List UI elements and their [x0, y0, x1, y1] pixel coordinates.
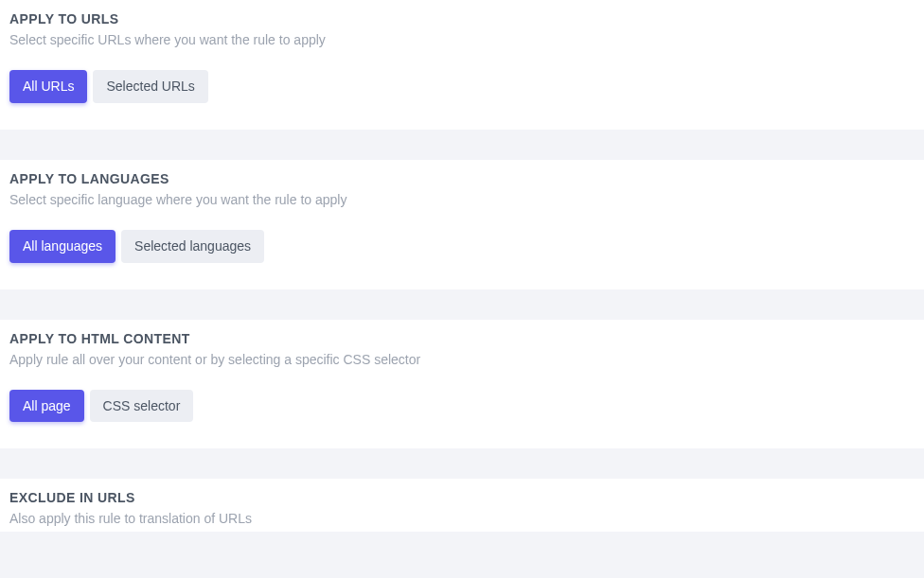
section-title-html: APPLY TO HTML CONTENT	[9, 331, 915, 346]
section-title-urls: APPLY TO URLS	[9, 11, 915, 26]
section-subtitle-exclude: Also apply this rule to translation of U…	[9, 511, 915, 526]
all-languages-button[interactable]: All languages	[9, 230, 116, 263]
section-title-languages: APPLY TO LANGUAGES	[9, 171, 915, 186]
section-apply-html: APPLY TO HTML CONTENT Apply rule all ove…	[0, 320, 924, 449]
all-page-button[interactable]: All page	[9, 390, 84, 423]
section-subtitle-languages: Select specific language where you want …	[9, 192, 915, 207]
section-apply-languages: APPLY TO LANGUAGES Select specific langu…	[0, 160, 924, 289]
section-apply-urls: APPLY TO URLS Select specific URLs where…	[0, 0, 924, 130]
toggle-group-urls: All URLs Selected URLs	[9, 70, 915, 103]
section-exclude-urls: EXCLUDE IN URLS Also apply this rule to …	[0, 479, 924, 532]
section-subtitle-urls: Select specific URLs where you want the …	[9, 32, 915, 47]
section-subtitle-html: Apply rule all over your content or by s…	[9, 352, 915, 367]
toggle-group-languages: All languages Selected languages	[9, 230, 915, 263]
all-urls-button[interactable]: All URLs	[9, 70, 87, 103]
css-selector-button[interactable]: CSS selector	[90, 390, 194, 423]
toggle-group-html: All page CSS selector	[9, 390, 915, 423]
section-title-exclude: EXCLUDE IN URLS	[9, 490, 915, 505]
selected-languages-button[interactable]: Selected languages	[121, 230, 264, 263]
selected-urls-button[interactable]: Selected URLs	[93, 70, 207, 103]
